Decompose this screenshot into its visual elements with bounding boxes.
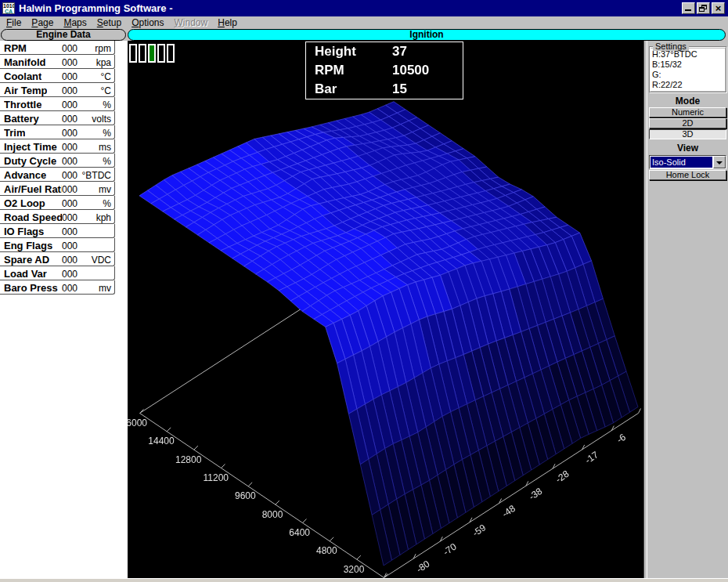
engine-row-trim: Trim000% [0, 125, 115, 139]
setting-rpm: R:22/22 [652, 80, 725, 90]
setting-gear: G: [652, 70, 725, 80]
cursor-height-value: 37 [392, 44, 407, 60]
settings-panel: Settings H:37°BTDC B:15/32 G: R:22/22 Mo… [647, 41, 728, 578]
cursor-bar-value: 15 [392, 81, 407, 97]
menu-bar: File Page Maps Setup Options Window Help [0, 16, 728, 29]
engine-row-coolant: Coolant000°C [0, 69, 115, 83]
cursor-bar-label: Bar [315, 81, 337, 97]
cursor-rpm-value: 10500 [392, 63, 429, 78]
tab-ignition[interactable]: Ignition [128, 29, 726, 41]
engine-row-ioflags: IO Flags000 [0, 224, 115, 238]
close-button[interactable]: × [712, 2, 725, 14]
settings-groupbox: Settings H:37°BTDC B:15/32 G: R:22/22 [649, 46, 726, 92]
mode-numeric-button[interactable]: Numeric [649, 107, 726, 117]
bottom-strip [0, 578, 728, 582]
tab-row: Engine Data Ignition [0, 29, 728, 41]
combo-dropdown-button[interactable] [713, 156, 726, 168]
gear-boxes [129, 44, 175, 63]
ignition-3d-surface[interactable] [128, 41, 643, 578]
engine-row-airfuel: Air/Fuel Rati000mv [0, 182, 115, 196]
engine-row-injecttime: Inject Time000ms [0, 139, 115, 154]
minimize-button[interactable] [682, 2, 695, 14]
menu-window: Window [171, 17, 214, 28]
gear-segment [148, 44, 156, 63]
engine-row-sparead: Spare AD000VDC [0, 252, 115, 266]
menu-file[interactable]: File [2, 17, 27, 28]
minimize-icon [685, 9, 691, 11]
view-combobox[interactable]: Iso-Solid [649, 155, 726, 169]
gear-segment [157, 44, 165, 63]
engine-row-roadspeed: Road Speed000kph [0, 210, 115, 224]
ignition-map-plot: Height37 RPM10500 Bar15 [128, 41, 643, 578]
engine-data-panel: RPM000rpm Manifold000kpa Coolant000°C Ai… [0, 41, 128, 578]
menu-maps[interactable]: Maps [59, 17, 92, 28]
gear-segment [167, 44, 175, 63]
engine-row-throttle: Throttle000% [0, 97, 115, 111]
engine-row-loadvar: Load Var000 [0, 266, 115, 280]
cursor-height-label: Height [315, 44, 356, 60]
engine-row-baropress: Baro Press000mv [0, 280, 115, 295]
engine-row-advance: Advance000°BTDC [0, 168, 115, 182]
restore-button[interactable] [697, 2, 710, 14]
cursor-info-box: Height37 RPM10500 Bar15 [305, 42, 463, 99]
menu-options[interactable]: Options [128, 17, 170, 28]
chevron-down-icon [716, 161, 723, 164]
gear-segment [129, 44, 137, 63]
engine-row-dutycycle: Duty Cycle000% [0, 154, 115, 168]
view-label: View [648, 143, 727, 154]
mode-3d-button[interactable]: 3D [649, 129, 726, 139]
menu-page[interactable]: Page [27, 17, 59, 28]
engine-row-manifold: Manifold000kpa [0, 55, 115, 69]
close-icon: × [712, 2, 724, 14]
title-bar: 1010 CA Halwin Programming Software - × [0, 0, 728, 16]
view-selected-value: Iso-Solid [651, 157, 712, 168]
home-lock-button[interactable]: Home Lock [649, 170, 726, 180]
app-icon-text: 1010 [3, 3, 14, 9]
engine-row-engflags: Eng Flags000 [0, 238, 115, 252]
tab-engine-data[interactable]: Engine Data [1, 29, 126, 41]
menu-help[interactable]: Help [214, 17, 243, 28]
settings-legend: Settings [653, 42, 689, 51]
engine-row-airtemp: Air Temp000°C [0, 83, 115, 97]
engine-row-rpm: RPM000rpm [0, 41, 115, 55]
app-icon: 1010 CA [2, 2, 15, 14]
menu-setup[interactable]: Setup [93, 17, 128, 28]
gear-segment [139, 44, 146, 63]
app-window: 1010 CA Halwin Programming Software - × … [0, 0, 728, 582]
mode-label: Mode [648, 96, 727, 107]
mode-2d-button[interactable]: 2D [649, 118, 726, 128]
engine-row-o2loop: O2 Loop000% [0, 196, 115, 210]
setting-bar: B:15/32 [652, 60, 725, 70]
cursor-rpm-label: RPM [315, 63, 344, 78]
engine-row-battery: Battery000volts [0, 111, 115, 125]
window-title: Halwin Programming Software - [19, 2, 172, 14]
app-icon-text2: CA [3, 9, 14, 14]
